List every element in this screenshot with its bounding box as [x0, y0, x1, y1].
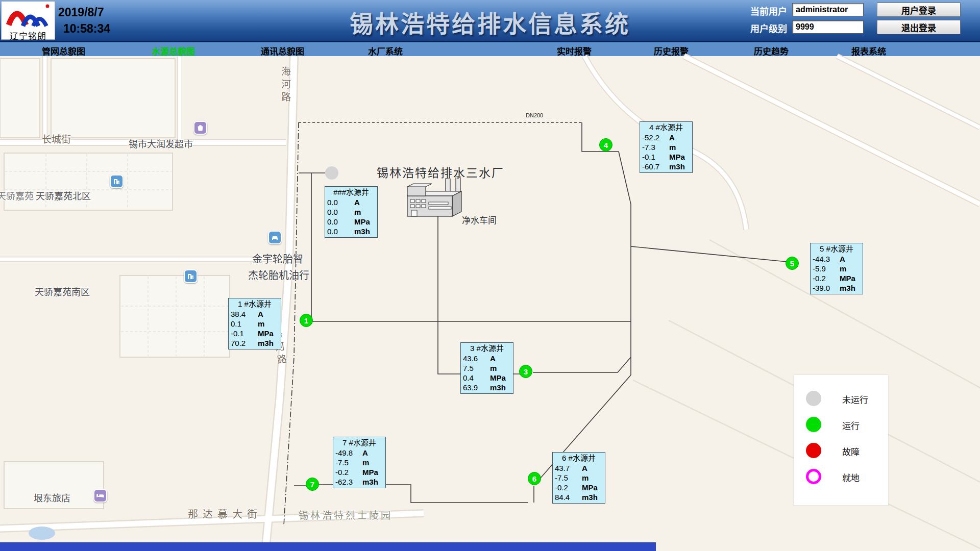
nav-history-trend[interactable]: 历史趋势: [754, 44, 789, 57]
poi-label-tire-shop-2: 杰轮胎机油行: [248, 267, 309, 282]
well-panel-1: 1 #水源井 38.4A 0.1m -0.1MPa 70.2m3h: [228, 298, 281, 349]
nav-pipe-network-overview[interactable]: 管网总貌图: [42, 44, 85, 57]
legend-local-label: 就地: [842, 471, 860, 484]
nav-plant-system[interactable]: 水厂系统: [368, 44, 403, 57]
poi-label-tianjiao-south: 天骄嘉苑南区: [35, 285, 90, 298]
well-marker-6[interactable]: 6: [528, 472, 541, 485]
well-marker-3[interactable]: 3: [519, 365, 532, 378]
legend-fault-icon: [806, 443, 821, 458]
nav-realtime-alarm[interactable]: 实时报警: [557, 44, 592, 57]
nav-comm-overview[interactable]: 通讯总貌图: [261, 44, 304, 57]
well-panel-unconfigured: ###水源井 0.0A 0.0m 0.0MPa 0.0m3h: [325, 186, 378, 238]
plant-title: 锡林浩特给排水三水厂: [377, 163, 504, 181]
mall-icon: [193, 121, 207, 135]
status-legend: 未运行 运行 故障 就地: [794, 375, 888, 505]
building-icon-north: [110, 174, 124, 188]
poi-label-martyrs-cemetery: 锡林浩特烈士陵园: [299, 508, 393, 521]
well-marker-stopped[interactable]: [325, 166, 338, 180]
street-label-changcheng: 长城街: [42, 132, 71, 145]
poi-label-yindong-hotel: 垠东旅店: [34, 491, 70, 504]
legend-stopped-icon: [806, 391, 821, 406]
current-user-field[interactable]: administrator: [792, 3, 864, 16]
well-panel-7: 7 #水源井 -49.8A -7.5m -0.2MPa -62.3m3h: [333, 437, 386, 488]
legend-fault-label: 故障: [842, 445, 860, 458]
well-panel-3: 3 #水源井 43.6A 7.5m 0.4MPa 63.9m3h: [460, 342, 513, 394]
legend-stopped-label: 未运行: [842, 393, 868, 406]
logout-button[interactable]: 退出登录: [877, 20, 961, 34]
user-level-field[interactable]: 9999: [792, 20, 864, 34]
poi-label-tianjiao-north: 天骄嘉苑北区: [36, 189, 91, 202]
well-panel-5: 5 #水源井 -44.3A -5.9m -0.2MPa -39.0m3h: [810, 243, 863, 294]
pipe-diameter-label: DN200: [526, 112, 543, 118]
well-marker-5[interactable]: 5: [786, 257, 799, 270]
car-icon: [268, 231, 282, 244]
user-level-label: 用户级别: [746, 21, 787, 35]
workshop-label: 净水车间: [462, 213, 497, 226]
well-panel-6: 6 #水源井 43.7A -7.5m -0.2MPa 84.4m3h: [552, 452, 605, 504]
legend-running-label: 运行: [842, 419, 860, 432]
well-marker-1[interactable]: 1: [300, 314, 313, 327]
poi-label-mall: 锡市大润发超市: [129, 137, 193, 150]
nav-water-source-overview[interactable]: 水源总貌图: [152, 44, 195, 57]
scada-app: 辽宁铭朗 2019/8/7 10:58:34 锡林浩特给排水信息系统 当前用户 …: [0, 0, 980, 551]
building-icon-south: [184, 269, 198, 283]
current-user-label: 当前用户: [746, 4, 787, 17]
street-label-nadamu: 那达慕大街: [188, 506, 262, 521]
nav-bar: 管网总貌图 水源总貌图 通讯总貌图 水厂系统 实时报警 历史报警 历史趋势 报表…: [0, 42, 980, 56]
hotel-icon: [93, 489, 107, 503]
well-marker-4[interactable]: 4: [599, 138, 612, 152]
nav-history-alarm[interactable]: 历史报警: [654, 44, 689, 57]
legend-running-icon: [806, 417, 821, 432]
well-marker-7[interactable]: 7: [306, 478, 319, 491]
well-panel-4: 4 #水源井 -52.2A -7.3m -0.1MPa -60.7m3h: [640, 121, 693, 173]
login-button[interactable]: 用户登录: [877, 3, 961, 17]
legend-local-icon: [806, 469, 821, 484]
street-label-haihe-road-top: 海河路: [278, 66, 292, 105]
poi-label-tianjiao-jiayuan: 天骄嘉苑: [0, 189, 34, 202]
nav-report-system[interactable]: 报表系统: [851, 44, 886, 57]
poi-label-tire-shop-1: 金宇轮胎智: [252, 251, 303, 266]
header-bar: 辽宁铭朗 2019/8/7 10:58:34 锡林浩特给排水信息系统 当前用户 …: [0, 0, 980, 42]
